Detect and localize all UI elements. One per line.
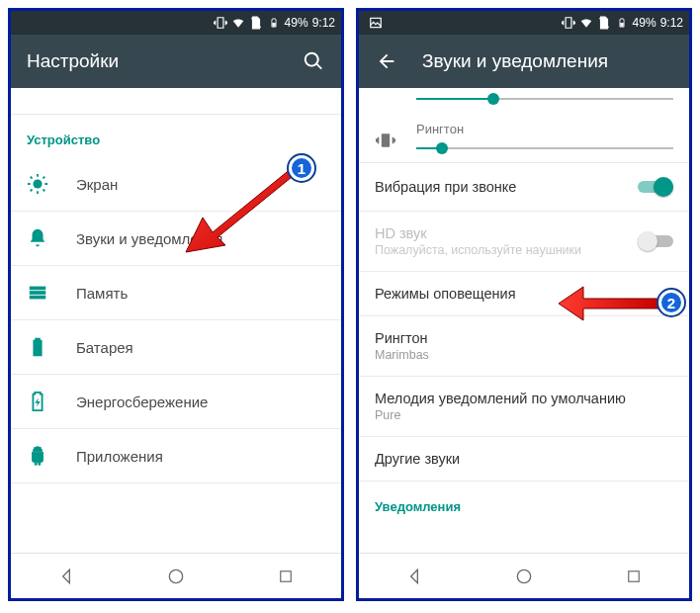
- setting-title: Мелодия уведомлений по умолчанию: [375, 391, 673, 406]
- clock-time: 9:12: [660, 16, 683, 30]
- settings-item-storage[interactable]: Память: [11, 266, 341, 320]
- vibrate-icon: [375, 130, 396, 151]
- svg-point-10: [517, 569, 530, 582]
- no-sim-icon: [249, 16, 263, 30]
- setting-hd-sound: HD звук Пожалуйста, используйте наушники: [359, 212, 689, 272]
- slider-row-media[interactable]: [359, 88, 689, 114]
- svg-rect-6: [281, 570, 292, 581]
- setting-title: Режимы оповещения: [375, 286, 673, 302]
- storage-icon: [27, 282, 48, 304]
- app-bar: Настройки: [11, 35, 341, 88]
- settings-item-label: Звуки и уведомления: [76, 230, 222, 247]
- svg-rect-4: [30, 296, 46, 300]
- setting-title: Другие звуки: [375, 451, 673, 467]
- svg-point-1: [33, 179, 42, 188]
- setting-subtitle: Pure: [375, 408, 673, 422]
- search-icon[interactable]: [302, 49, 325, 73]
- battery-percent: 49%: [285, 16, 308, 30]
- nav-back[interactable]: [54, 565, 78, 588]
- brightness-icon: [27, 173, 48, 195]
- page-title: Настройки: [27, 50, 278, 72]
- svg-rect-9: [382, 133, 390, 146]
- sound-settings: Рингтон Вибрация при звонке HD звук Пожа…: [359, 88, 689, 553]
- annotation-marker-2: 2: [658, 290, 684, 315]
- nav-bar: [11, 553, 341, 598]
- battery-saver-icon: [27, 391, 48, 412]
- volume-slider[interactable]: [416, 89, 673, 109]
- nav-recent[interactable]: [274, 565, 298, 588]
- slider-label: Рингтон: [416, 122, 673, 136]
- nav-home[interactable]: [164, 565, 188, 588]
- svg-point-5: [169, 569, 182, 582]
- image-icon: [369, 16, 383, 30]
- battery-icon: [615, 16, 629, 30]
- clock-time: 9:12: [312, 16, 335, 30]
- app-bar: Звуки и уведомления: [359, 35, 689, 88]
- battery-icon: [27, 336, 48, 358]
- bell-icon: [27, 227, 48, 249]
- settings-item-label: Экран: [76, 176, 118, 193]
- vibrate-icon: [214, 16, 227, 30]
- settings-item-apps[interactable]: Приложения: [11, 429, 341, 483]
- section-header-notifications: Уведомления: [359, 482, 689, 524]
- toggle-switch[interactable]: [638, 177, 673, 197]
- slider-row-ringtone[interactable]: Рингтон: [359, 114, 689, 162]
- settings-list: Устройство Экран Звуки и уведомления Пам…: [11, 88, 341, 553]
- ringtone-volume-slider[interactable]: [416, 138, 673, 158]
- nav-bar: [359, 553, 689, 598]
- setting-alert-modes[interactable]: Режимы оповещения: [359, 272, 689, 316]
- vibrate-icon: [562, 16, 575, 30]
- phone-screenshot-right: 49% 9:12 Звуки и уведомления Рингт: [356, 8, 692, 601]
- status-bar: 49% 9:12: [359, 11, 689, 35]
- phone-screenshot-left: 49% 9:12 Настройки Устройство Экран Звук…: [8, 8, 344, 601]
- setting-vibrate-on-call[interactable]: Вибрация при звонке: [359, 163, 689, 212]
- settings-item-label: Память: [76, 285, 128, 302]
- setting-default-notification[interactable]: Мелодия уведомлений по умолчанию Pure: [359, 377, 689, 437]
- svg-rect-8: [620, 23, 623, 27]
- settings-item-sound[interactable]: Звуки и уведомления: [11, 212, 341, 266]
- setting-ringtone[interactable]: Рингтон Marimbas: [359, 316, 689, 377]
- settings-item-label: Батарея: [76, 339, 133, 356]
- no-sim-icon: [597, 16, 611, 30]
- battery-percent: 49%: [633, 16, 656, 30]
- settings-item-power[interactable]: Энергосбережение: [11, 375, 341, 429]
- nav-recent[interactable]: [622, 565, 646, 588]
- svg-rect-2: [30, 287, 46, 291]
- setting-title: HD звук: [375, 225, 638, 241]
- android-icon: [27, 445, 48, 467]
- toggle-switch: [638, 231, 673, 251]
- setting-title: Рингтон: [375, 330, 673, 346]
- back-arrow-icon[interactable]: [375, 49, 398, 73]
- wifi-icon: [579, 16, 593, 30]
- page-title: Звуки и уведомления: [422, 50, 673, 72]
- setting-subtitle: Пожалуйста, используйте наушники: [375, 243, 638, 257]
- svg-rect-0: [272, 23, 275, 27]
- svg-rect-11: [629, 570, 640, 581]
- setting-other-sounds[interactable]: Другие звуки: [359, 437, 689, 482]
- status-bar: 49% 9:12: [11, 11, 341, 35]
- setting-title: Вибрация при звонке: [375, 179, 638, 195]
- wifi-icon: [231, 16, 245, 30]
- settings-item-battery[interactable]: Батарея: [11, 320, 341, 375]
- nav-home[interactable]: [512, 565, 536, 588]
- settings-item-label: Энергосбережение: [76, 394, 208, 410]
- nav-back[interactable]: [402, 565, 426, 588]
- settings-item-label: Приложения: [76, 448, 163, 465]
- svg-rect-3: [30, 291, 46, 295]
- setting-subtitle: Marimbas: [375, 348, 673, 362]
- annotation-marker-1: 1: [289, 155, 314, 181]
- section-header-device: Устройство: [11, 115, 341, 157]
- battery-icon: [267, 16, 281, 30]
